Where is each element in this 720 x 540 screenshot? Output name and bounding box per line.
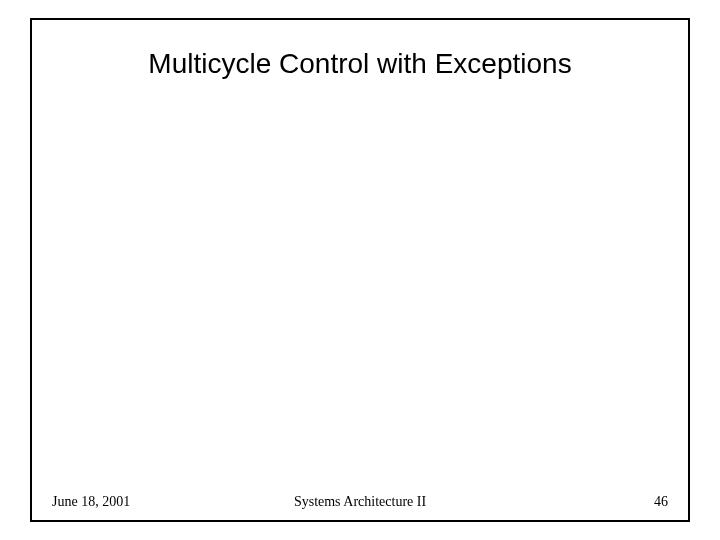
slide-footer: June 18, 2001 Systems Architecture II 46	[32, 494, 688, 510]
footer-course: Systems Architecture II	[257, 494, 462, 510]
slide-title: Multicycle Control with Exceptions	[32, 48, 688, 80]
footer-date: June 18, 2001	[52, 494, 257, 510]
slide-frame: Multicycle Control with Exceptions June …	[30, 18, 690, 522]
footer-page-number: 46	[463, 494, 668, 510]
